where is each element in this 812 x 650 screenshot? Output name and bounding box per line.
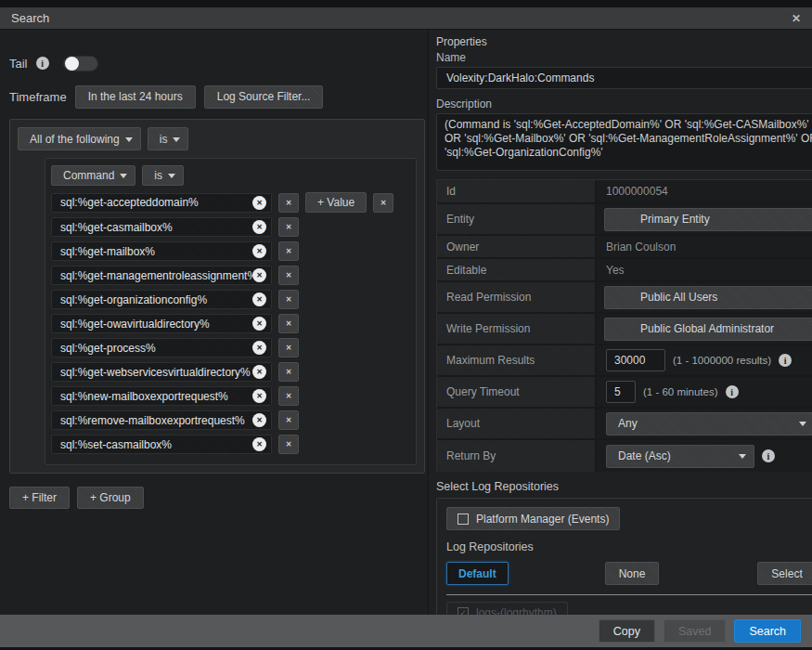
- return-by-dropdown[interactable]: Date (Asc): [606, 445, 754, 468]
- remove-value-button[interactable]: ✕: [278, 410, 299, 430]
- clear-value-icon[interactable]: ✕: [252, 317, 266, 331]
- maximum-results-cell: 30000 (1 - 1000000 results) i: [597, 345, 812, 375]
- read-permission-label: Read Permission: [437, 282, 597, 312]
- remove-value-button[interactable]: ✕: [278, 338, 299, 358]
- entity-label: Entity: [437, 204, 597, 234]
- filter-value-field[interactable]: sql:%remove-mailboxexportrequest% ✕: [51, 410, 272, 430]
- remove-value-button[interactable]: ✕: [278, 217, 299, 237]
- clear-value-icon[interactable]: ✕: [252, 437, 266, 451]
- timeframe-label: Timeframe: [9, 90, 67, 104]
- remove-value-button[interactable]: ✕: [278, 362, 299, 382]
- table-row-return-by: Return By Date (Asc) i: [437, 440, 812, 472]
- remove-value-button[interactable]: ✕: [278, 386, 299, 406]
- table-row-id: Id 1000000054: [437, 180, 812, 204]
- checkbox-unchecked-icon: [458, 514, 469, 525]
- field-condition-dropdown[interactable]: is: [142, 165, 184, 186]
- query-timeout-info-icon[interactable]: i: [726, 385, 739, 398]
- filter-values-list: sql:%get-accepteddomain% ✕ ✕ + Value✕ sq…: [51, 192, 410, 454]
- clear-value-icon[interactable]: ✕: [252, 341, 266, 355]
- filter-value-text: sql:%remove-mailboxexportrequest%: [60, 414, 252, 427]
- id-value: 1000000054: [597, 180, 812, 202]
- remove-value-button[interactable]: ✕: [278, 193, 299, 213]
- filter-value-field[interactable]: sql:%get-owavirtualdirectory% ✕: [51, 314, 272, 333]
- clear-value-icon[interactable]: ✕: [252, 244, 266, 258]
- timeframe-row: Timeframe In the last 24 hours Log Sourc…: [9, 84, 424, 109]
- filter-value-row: sql:%new-mailboxexportrequest% ✕ ✕: [51, 386, 410, 406]
- toggle-knob: [65, 57, 79, 71]
- select-log-repositories-heading: Select Log Repositories: [436, 480, 812, 493]
- remove-value-button[interactable]: ✕: [278, 314, 299, 333]
- entity-cell: Primary Entity: [597, 204, 812, 234]
- remove-value-button[interactable]: ✕: [278, 266, 299, 285]
- remove-value-button[interactable]: ✕: [278, 241, 299, 261]
- group-operator-dropdown[interactable]: All of the following: [18, 127, 141, 150]
- return-by-info-icon[interactable]: i: [762, 449, 775, 462]
- filter-value-row: sql:%get-process% ✕ ✕: [51, 338, 410, 358]
- filter-value-text: sql:%get-casmailbox%: [60, 221, 252, 234]
- clear-value-icon[interactable]: ✕: [252, 196, 266, 210]
- add-value-button[interactable]: + Value: [305, 192, 367, 213]
- layout-dropdown[interactable]: Any: [606, 412, 812, 436]
- group-condition-dropdown[interactable]: is: [148, 127, 189, 150]
- editable-value: Yes: [597, 259, 812, 280]
- filter-value-text: sql:%get-mailbox%: [60, 245, 252, 258]
- tail-label: Tail: [9, 57, 28, 71]
- entity-dropdown[interactable]: Primary Entity: [604, 208, 812, 231]
- copy-button[interactable]: Copy: [599, 619, 655, 643]
- search-button[interactable]: Search: [734, 619, 801, 643]
- remove-value-button[interactable]: ✕: [278, 290, 299, 309]
- dialog-footer: Copy Saved Search: [0, 615, 812, 647]
- clear-value-icon[interactable]: ✕: [252, 413, 266, 427]
- filter-value-row: sql:%get-owavirtualdirectory% ✕ ✕: [51, 314, 410, 333]
- tail-toggle[interactable]: [63, 56, 98, 72]
- read-permission-dropdown[interactable]: Public All Users: [604, 286, 812, 309]
- clear-value-icon[interactable]: ✕: [252, 365, 266, 379]
- name-label: Name: [436, 51, 812, 64]
- write-permission-cell: Public Global Administrator: [597, 314, 812, 344]
- log-source-filter-button[interactable]: Log Source Filter...: [204, 85, 324, 109]
- close-icon[interactable]: ✕: [792, 12, 801, 25]
- tail-info-icon[interactable]: i: [36, 57, 49, 70]
- field-name-dropdown[interactable]: Command: [51, 165, 135, 186]
- table-row-editable: Editable Yes: [437, 259, 812, 282]
- filter-value-field[interactable]: sql:%get-managementroleassignment% ✕: [51, 266, 272, 285]
- clear-value-icon[interactable]: ✕: [252, 292, 266, 306]
- filter-value-row: sql:%get-mailbox% ✕ ✕: [51, 241, 410, 261]
- filter-value-field[interactable]: sql:%get-accepteddomain% ✕: [51, 193, 272, 213]
- clear-value-icon[interactable]: ✕: [252, 220, 266, 234]
- add-group-button[interactable]: + Group: [77, 487, 144, 509]
- filter-value-text: sql:%get-webservicesvirtualdirectory%: [60, 366, 252, 379]
- description-textarea[interactable]: (Command is 'sql:%Get-AcceptedDomain%' O…: [436, 113, 812, 171]
- add-filter-button[interactable]: + Filter: [9, 487, 70, 509]
- saved-button[interactable]: Saved: [664, 619, 726, 643]
- table-row-entity: Entity Primary Entity: [437, 204, 812, 236]
- filter-value-field[interactable]: sql:%get-casmailbox% ✕: [51, 217, 272, 237]
- filter-value-field[interactable]: sql:%set-casmailbox% ✕: [51, 435, 272, 454]
- clear-value-icon[interactable]: ✕: [252, 389, 266, 403]
- select-button[interactable]: Select: [757, 562, 812, 585]
- write-permission-dropdown[interactable]: Public Global Administrator: [604, 318, 812, 341]
- filter-value-field[interactable]: sql:%get-webservicesvirtualdirectory% ✕: [51, 362, 272, 382]
- filter-value-field[interactable]: sql:%get-mailbox% ✕: [51, 241, 272, 261]
- table-row-write-permission: Write Permission Public Global Administr…: [437, 314, 812, 345]
- filter-value-field[interactable]: sql:%get-organizationconfig% ✕: [51, 290, 272, 309]
- maximum-results-input[interactable]: 30000: [606, 349, 665, 371]
- filter-value-field[interactable]: sql:%get-process% ✕: [51, 338, 272, 358]
- clear-value-icon[interactable]: ✕: [252, 268, 266, 282]
- query-timeout-input[interactable]: 5: [606, 381, 636, 403]
- remove-value-button[interactable]: ✕: [278, 435, 299, 454]
- timeframe-button[interactable]: In the last 24 hours: [75, 85, 196, 109]
- filter-value-row: sql:%get-webservicesvirtualdirectory% ✕ …: [51, 362, 410, 382]
- none-button[interactable]: None: [605, 562, 660, 585]
- filter-value-text: sql:%set-casmailbox%: [60, 438, 252, 451]
- platform-manager-label: Platform Manager (Events): [476, 513, 609, 526]
- filter-value-text: sql:%get-accepteddomain%: [60, 196, 252, 209]
- filter-value-field[interactable]: sql:%new-mailboxexportrequest% ✕: [51, 386, 272, 406]
- default-button[interactable]: Default: [446, 562, 509, 585]
- filter-value-row: sql:%set-casmailbox% ✕ ✕: [51, 435, 410, 454]
- name-input[interactable]: Volexity:DarkHalo:Commands: [436, 67, 812, 89]
- remove-filter-button[interactable]: ✕: [373, 193, 393, 213]
- maximum-results-info-icon[interactable]: i: [779, 354, 792, 367]
- dialog-title: Search: [11, 11, 49, 25]
- platform-manager-checkbox-button[interactable]: Platform Manager (Events): [446, 507, 620, 530]
